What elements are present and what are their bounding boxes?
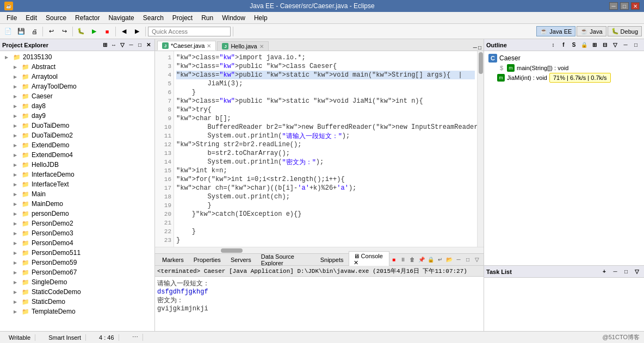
menu-file[interactable]: File (2, 13, 21, 23)
menu-navigate[interactable]: Navigate (104, 13, 138, 23)
tree-item[interactable]: ▶ 📁 TemplateDemo (0, 307, 154, 316)
menu-edit[interactable]: Edit (21, 13, 41, 23)
tab-caeser-java[interactable]: J *Caeser.java ✕ (157, 41, 216, 51)
close-button[interactable]: ✕ (631, 2, 640, 10)
tree-item[interactable]: ▶ 📁 PersonDemo3 (0, 228, 154, 238)
tree-item[interactable]: ▶ 📁 PersonDemo511 (0, 248, 154, 258)
menu-refactor[interactable]: Refactor (71, 13, 104, 23)
caeser-tab-close[interactable]: ✕ (207, 43, 211, 49)
hello-tab-close[interactable]: ✕ (259, 43, 264, 49)
maximize-panel-button[interactable]: □ (136, 41, 144, 49)
menu-window[interactable]: Window (218, 13, 250, 23)
menu-search[interactable]: Search (139, 13, 168, 23)
print-button[interactable]: 🖨 (28, 26, 40, 38)
outline-minimize-button[interactable]: ─ (621, 40, 630, 50)
stop-button[interactable]: ■ (101, 26, 113, 38)
console-word-wrap-button[interactable]: ↵ (436, 255, 444, 264)
tab-markers[interactable]: Markers (157, 255, 189, 265)
task-minimize-button[interactable]: ─ (610, 267, 620, 277)
tree-item[interactable]: ▶ 📁 StaticDemo (0, 297, 154, 307)
maximize-button[interactable]: □ (620, 2, 629, 10)
tab-servers[interactable]: Servers (226, 255, 256, 265)
menu-source[interactable]: Source (41, 13, 71, 23)
tree-item[interactable]: ▶ 📁 PersonDemo59 (0, 258, 154, 267)
tree-item[interactable]: ▶ 📁 ExtendDemo (0, 140, 154, 150)
task-maximize-button[interactable]: □ (621, 267, 631, 277)
bottom-view-menu-button[interactable]: ▽ (473, 255, 481, 264)
outline-hide-nonpublic-button[interactable]: 🔒 (579, 40, 589, 50)
tree-item[interactable]: ▶ 📁 HelloJDB (0, 160, 154, 170)
console-stop-button[interactable]: ■ (389, 255, 398, 264)
outline-sort-button[interactable]: ↕ (548, 40, 558, 50)
save-button[interactable]: 💾 (15, 26, 27, 38)
outline-hide-static-button[interactable]: S (569, 40, 579, 50)
tree-item[interactable]: ▶ 📁 personDemo (0, 209, 154, 219)
console-output[interactable]: 请输入一段短文： dsfgdhfjgkhgf 密文为： gvijgkimjnkj… (155, 277, 484, 331)
undo-button[interactable]: ↩ (45, 26, 57, 38)
tab-datasource[interactable]: Data Source Explorer (256, 252, 315, 268)
tree-item[interactable]: ▶ 📁 day8 (0, 101, 154, 111)
perspective-java[interactable]: ☕ Java (577, 26, 606, 36)
quick-access-input[interactable] (148, 27, 231, 36)
tree-item[interactable]: ▶ 📁 DuoTaiDemo (0, 121, 154, 130)
collapse-all-button[interactable]: ⊞ (101, 41, 109, 49)
console-open-file-button[interactable]: 📂 (445, 255, 454, 264)
redo-button[interactable]: ↪ (58, 26, 70, 38)
forward-button[interactable]: ▶ (131, 26, 143, 38)
console-clear-button[interactable]: 🗑 (408, 255, 417, 264)
tree-item[interactable]: ▶ 📁 SingleDemo (0, 277, 154, 287)
minimize-button[interactable]: ─ (609, 2, 618, 10)
tree-item[interactable]: ▶ 📁 PersonDemo2 (0, 219, 154, 228)
console-scrolllock-button[interactable]: 🔒 (426, 255, 435, 264)
tree-item[interactable]: ▶ 📁 MainDemo (0, 199, 154, 209)
new-button[interactable]: 📄 (2, 26, 14, 38)
view-menu-button[interactable]: ▽ (119, 41, 126, 49)
tree-item[interactable]: ▶ 📁 PersonDemo4 (0, 238, 154, 248)
editor-minimize-button[interactable]: ─ (473, 45, 477, 51)
tab-properties[interactable]: Properties (189, 255, 226, 265)
tree-item[interactable]: ▶ 📁 InterfaceDemo (0, 170, 154, 179)
tree-item[interactable]: ▶ 📁 StaticCodeDemo (0, 287, 154, 297)
outline-class-caeser[interactable]: C Caeser (486, 53, 642, 63)
outline-method-main[interactable]: $ m main(String[]) : void (486, 63, 642, 73)
perspective-debug[interactable]: 🐛 Debug (608, 26, 642, 36)
task-new-button[interactable]: + (599, 267, 609, 277)
editor-scrollbar[interactable] (477, 51, 484, 247)
debug-button[interactable]: 🐛 (75, 26, 87, 38)
scrollbar-thumb[interactable] (479, 52, 483, 74)
outline-maximize-button[interactable]: □ (631, 40, 641, 50)
console-pause-button[interactable]: ⏸ (399, 255, 407, 264)
link-editor-button[interactable]: ↔ (110, 41, 117, 49)
tree-item[interactable]: ▶ 📁 ArrayToolDemo (0, 82, 154, 91)
tree-item[interactable]: ▶ 📁 20135130 (0, 52, 154, 62)
outline-expand-button[interactable]: ⊞ (590, 40, 599, 50)
tree-item[interactable]: ▶ 📁 Caeser (0, 91, 154, 101)
editor-maximize-button[interactable]: □ (478, 45, 481, 51)
tab-snippets[interactable]: Snippets (315, 255, 349, 265)
tree-item[interactable]: ▶ 📁 Main (0, 189, 154, 199)
outline-view-menu-button[interactable]: ▽ (610, 40, 620, 50)
outline-collapse-button[interactable]: ⊟ (600, 40, 610, 50)
run-button[interactable]: ▶ (88, 26, 100, 38)
task-view-menu-button[interactable]: ▽ (632, 267, 642, 277)
tree-item[interactable]: ▶ 📁 day9 (0, 111, 154, 121)
code-content[interactable]: "kw">class="kw">import java.io.*;"kw">cl… (174, 51, 477, 247)
bottom-minimize-button[interactable]: ─ (454, 255, 463, 264)
console-pin-button[interactable]: 📌 (417, 255, 426, 264)
minimize-panel-button[interactable]: ─ (127, 41, 135, 49)
menu-run[interactable]: Run (197, 13, 218, 23)
tab-hello-java[interactable]: J Hello.java ✕ (217, 41, 268, 51)
perspective-javaee[interactable]: ☕ Java EE (536, 26, 575, 36)
tree-item[interactable]: ▶ 📁 PersonDemo67 (0, 267, 154, 277)
tree-item[interactable]: ▶ 📁 DuoTaiDemo2 (0, 130, 154, 140)
outline-hide-fields-button[interactable]: f (559, 40, 568, 50)
menu-project[interactable]: Project (168, 13, 197, 23)
outline-method-jiami[interactable]: m JiaMi(int) : void 71% | 6.7k/s | 0.7k/… (486, 73, 642, 83)
tree-item[interactable]: ▶ 📁 InterfaceText (0, 179, 154, 189)
tree-item[interactable]: ▶ 📁 ExtendDemo4 (0, 150, 154, 160)
menu-help[interactable]: Help (250, 13, 272, 23)
tree-item[interactable]: ▶ 📁 Abstract (0, 62, 154, 72)
tree-item[interactable]: ▶ 📁 Arraytool (0, 72, 154, 82)
back-button[interactable]: ◀ (118, 26, 130, 38)
bottom-maximize-button[interactable]: □ (463, 255, 472, 264)
